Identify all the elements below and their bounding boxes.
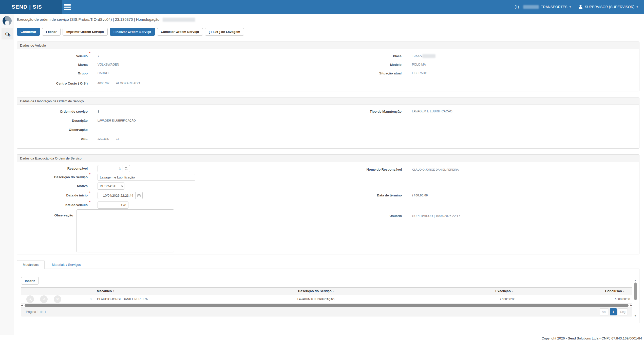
org-redacted: [523, 5, 539, 9]
row-descricao: LAVAGEM E LUBRIFICAÇÃO: [291, 295, 341, 304]
copyright-footer: Copyright 2026 - Send Solutions Ltda - C…: [0, 335, 644, 340]
vertical-scrollbar[interactable]: ▲ ▼: [634, 279, 637, 317]
user-icon: [578, 5, 583, 9]
marca-value: VOLKSWAGEN: [98, 63, 119, 66]
sort-desc-icon: ▾: [623, 290, 624, 293]
column-descricao[interactable]: Descrição do Serviço ▾: [291, 288, 341, 295]
situacao-value: LIBERADO: [412, 71, 427, 75]
calendar-button[interactable]: [136, 192, 143, 199]
column-mecanico[interactable]: Mecânico ↑: [80, 288, 131, 295]
field-placa: Placa TJX4A: [328, 52, 639, 60]
hamburger-menu-icon[interactable]: [64, 3, 72, 10]
field-ordem: Ordem de serviço 8: [17, 107, 328, 116]
grid-footer: Página 1 de 1 Ant 1 Seg: [21, 307, 632, 316]
hscroll-thumb[interactable]: [25, 304, 629, 307]
km-input[interactable]: [98, 202, 128, 209]
descricao-servico-input[interactable]: [98, 174, 195, 181]
tab-mecanicos[interactable]: Mecânicos: [17, 260, 45, 269]
calendar-icon: [137, 194, 141, 197]
brand-area[interactable]: SEND | SIS: [0, 0, 62, 14]
page-1-button[interactable]: 1: [610, 308, 617, 315]
settings-button[interactable]: ⚙⚙: [2, 28, 13, 39]
search-icon: [125, 167, 128, 170]
confirm-button[interactable]: Confirmar: [17, 28, 40, 36]
responsavel-label: Responsável: [22, 165, 88, 172]
field-veiculo: Veículo* 7: [17, 52, 328, 60]
mecanicos-grid: Mecânico ↑ Descrição do Serviço ▾ Execuç…: [21, 287, 632, 316]
grupo-value: CARRO: [98, 71, 108, 75]
elaboration-panel-title: Dados da Elaboração da Ordem de Serviço: [17, 97, 639, 105]
field-centro-custo: Centro Custo ( O.S ) 4000702ALMOXARIFADO: [17, 79, 328, 88]
app-screen: SEND | SIS (1) - TRANSPORTES ▾ SUPERVISO…: [0, 0, 644, 342]
required-asterisk: *: [89, 171, 90, 178]
centro-name: ALMOXARIFADO: [116, 82, 140, 85]
scroll-left-icon[interactable]: ◀: [21, 304, 23, 307]
org-selector[interactable]: (1) - TRANSPORTES ▾: [512, 0, 573, 14]
modelo-value: POLO MA: [412, 63, 426, 66]
close-button[interactable]: Fechar: [42, 28, 61, 36]
data-inicio-input[interactable]: [98, 192, 136, 199]
data-termino-value: / / 00:00:00: [412, 192, 428, 199]
send-logo[interactable]: [2, 16, 12, 26]
elaboration-panel: Dados da Elaboração da Ordem de Serviço …: [17, 97, 639, 149]
field-descricao: Descrição LAVAGEM E LUBRIFICAÇÃO: [17, 116, 328, 125]
navbar-right: (1) - TRANSPORTES ▾ SUPERVISOR (SUPERVIS…: [512, 0, 640, 14]
tipo-value: LAVAGEM E LUBRIFICAÇÃO: [412, 110, 452, 113]
prev-page-button[interactable]: Ant: [600, 308, 609, 315]
required-asterisk: *: [89, 189, 90, 196]
gears-icon: ⚙⚙: [5, 32, 9, 36]
fi26-lavagem-button[interactable]: ( Fi 26 ) de Lavagem: [205, 28, 244, 36]
field-tipo-manutencao: Tipo de Manutenção LAVAGEM E LUBRIFICAÇÃ…: [328, 107, 639, 116]
insert-button[interactable]: Inserir: [21, 277, 39, 285]
centro-code: 4000702: [98, 82, 109, 85]
vertical-scrollbar[interactable]: [633, 36, 637, 74]
field-grupo: Grupo CARRO: [17, 69, 328, 77]
user-name: SUPERVISOR (SUPERVISOR): [585, 5, 634, 9]
next-page-button[interactable]: Seg: [618, 308, 628, 315]
action-toolbar: Confirmar Fechar Imprimir Ordem Serviço …: [17, 28, 639, 36]
veiculo-value: 7: [98, 54, 99, 58]
motivo-field: DESGASTE: [98, 183, 124, 190]
ordem-value: 8: [98, 110, 99, 113]
usuario-value: SUPERVISOR | 10/04/2026 22:17: [412, 212, 460, 219]
horizontal-scrollbar[interactable]: ◀ ▶: [21, 304, 632, 307]
table-row[interactable]: ✎ ✕ 3 CLÁUDIO JORGE DANIEL PEREIRA LAVAG…: [21, 295, 632, 304]
scroll-down-icon[interactable]: ▼: [634, 315, 636, 317]
sort-asc-icon: ↑: [113, 289, 115, 293]
data-inicio-label: Data de início: [66, 193, 88, 197]
km-label: KM do veículo: [65, 203, 88, 207]
placa-redacted: [422, 54, 435, 58]
descricao-servico-field: [98, 174, 195, 181]
placa-value: TJX4A: [412, 54, 422, 58]
field-observacao-elab: Observação: [17, 125, 328, 134]
top-navbar: SEND | SIS (1) - TRANSPORTES ▾ SUPERVISO…: [0, 0, 644, 14]
chevron-down-icon: ▾: [570, 5, 571, 9]
column-execucao[interactable]: Execução ▾: [479, 288, 529, 295]
data-inicio-field: [98, 192, 143, 199]
responsavel-search-button[interactable]: [123, 165, 130, 172]
scroll-up-icon[interactable]: ▲: [634, 279, 636, 281]
user-menu[interactable]: SUPERVISOR (SUPERVISOR) ▾: [576, 0, 640, 14]
vscroll-thumb[interactable]: [634, 283, 637, 300]
motivo-label: Motivo: [22, 183, 88, 190]
row-mecanico-name: CLÁUDIO JORGE DANIEL PEREIRA: [97, 295, 148, 304]
tab-materiais-servicos[interactable]: Materiais / Serviços: [48, 260, 85, 269]
page-title: Execução de ordem de serviço (SIS.Frotas…: [17, 14, 639, 25]
finish-order-button[interactable]: Finalizar Ordem Serviço: [110, 28, 155, 36]
row-execucao: / / 00:00:00: [465, 295, 515, 304]
ase-code: 22011187: [98, 137, 109, 140]
vehicle-panel-title: Dados do Veículo: [17, 42, 639, 49]
km-field: [98, 202, 128, 209]
observacao-textarea[interactable]: [77, 209, 174, 252]
field-ase: ASE 2201118717: [17, 134, 328, 143]
cancel-order-button[interactable]: Cancelar Ordem Serviço: [157, 28, 203, 36]
field-situacao: Situação atual LIBERADO: [328, 69, 639, 77]
column-conclusao[interactable]: Conclusão ▾: [589, 288, 640, 295]
field-modelo: Modelo POLO MA: [328, 60, 639, 69]
scroll-right-icon[interactable]: ▶: [630, 304, 632, 307]
print-order-button[interactable]: Imprimir Ordem Serviço: [63, 28, 108, 36]
motivo-select[interactable]: DESGASTE: [98, 183, 124, 190]
observacao-label: Observação: [22, 212, 73, 219]
responsavel-input[interactable]: [98, 165, 123, 172]
required-asterisk: *: [89, 51, 90, 55]
